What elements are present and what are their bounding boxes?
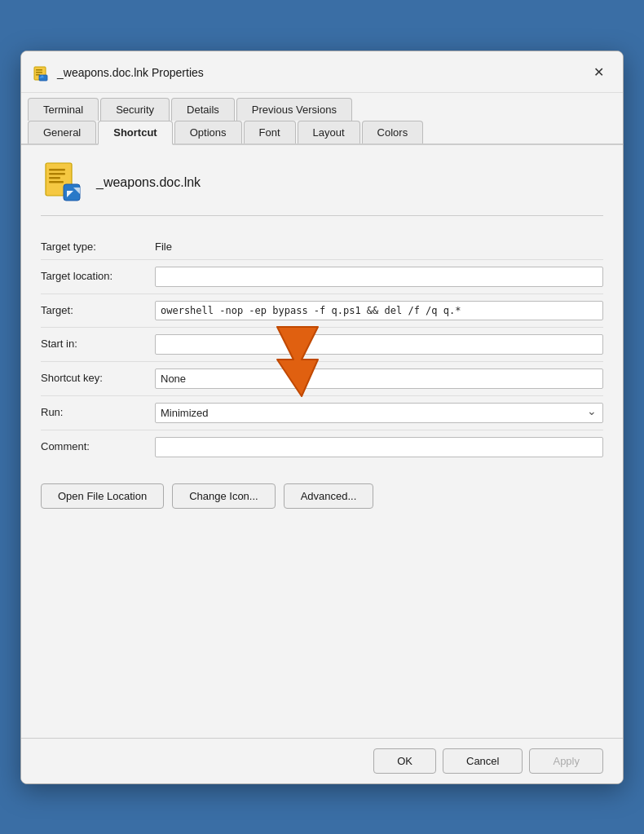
advanced-button[interactable]: Advanced...: [284, 483, 374, 509]
title-bar-icon: [33, 64, 51, 82]
tab-terminal[interactable]: Terminal: [28, 98, 99, 121]
form-grid: Target type: File Target location: Targe…: [41, 231, 603, 464]
tabs-row1: Terminal Security Details Previous Versi…: [21, 93, 623, 121]
target-type-value: File: [155, 237, 603, 253]
svg-rect-7: [49, 169, 65, 171]
change-icon-button[interactable]: Change Icon...: [172, 483, 276, 509]
svg-rect-2: [36, 72, 42, 73]
action-buttons: Open File Location Change Icon... Advanc…: [41, 483, 603, 512]
target-type-row: Target type: File: [41, 231, 603, 260]
svg-rect-8: [49, 173, 65, 175]
comment-row: Comment:: [41, 430, 603, 464]
svg-rect-9: [49, 177, 60, 179]
target-location-input[interactable]: [155, 267, 603, 287]
target-input[interactable]: [155, 301, 603, 320]
tab-options[interactable]: Options: [174, 121, 242, 143]
target-label: Target:: [41, 301, 155, 316]
file-name: _weapons.doc.lnk: [96, 175, 201, 190]
tab-previous-versions[interactable]: Previous Versions: [236, 98, 352, 121]
start-in-label: Start in:: [41, 334, 155, 350]
target-row: Target:: [41, 294, 603, 328]
tab-font[interactable]: Font: [244, 121, 296, 143]
svg-rect-10: [49, 181, 64, 183]
tab-content: _weapons.doc.lnk Target type: File Targe…: [21, 145, 623, 738]
tab-general[interactable]: General: [28, 121, 96, 143]
target-location-row: Target location:: [41, 260, 603, 294]
comment-input[interactable]: [155, 437, 603, 457]
dialog-footer: OK Cancel Apply: [21, 738, 623, 783]
properties-dialog: _weapons.doc.lnk Properties ✕ Terminal S…: [20, 51, 624, 784]
start-in-input[interactable]: [155, 334, 603, 355]
target-location-label: Target location:: [41, 267, 155, 282]
target-wrapper: [155, 301, 603, 320]
shortcut-key-wrapper: [155, 368, 603, 389]
run-label: Run:: [41, 403, 155, 418]
file-header: _weapons.doc.lnk: [41, 161, 603, 216]
run-select[interactable]: Normal window Minimized Maximized: [155, 403, 603, 423]
apply-button[interactable]: Apply: [529, 748, 603, 774]
shortcut-key-label: Shortcut key:: [41, 368, 155, 384]
shortcut-key-row: Shortcut key:: [41, 362, 603, 396]
open-file-location-button[interactable]: Open File Location: [41, 483, 164, 509]
tab-shortcut[interactable]: Shortcut: [98, 121, 172, 145]
title-bar: _weapons.doc.lnk Properties ✕: [21, 51, 623, 93]
title-bar-text: _weapons.doc.lnk Properties: [57, 66, 585, 79]
tab-colors[interactable]: Colors: [362, 121, 424, 143]
file-icon: [41, 161, 83, 204]
tabs-row2: General Shortcut Options Font Layout Col…: [21, 121, 623, 145]
tab-details[interactable]: Details: [171, 98, 235, 121]
file-icon-area: [41, 161, 83, 204]
target-location-wrapper: [155, 267, 603, 287]
comment-wrapper: [155, 437, 603, 457]
shortcut-key-input[interactable]: [155, 368, 603, 389]
cancel-button[interactable]: Cancel: [443, 748, 523, 774]
run-row: Run: Normal window Minimized Maximized: [41, 396, 603, 430]
svg-rect-1: [36, 69, 42, 71]
close-button[interactable]: ✕: [585, 60, 611, 86]
tab-layout[interactable]: Layout: [298, 121, 360, 143]
start-in-wrapper: [155, 334, 603, 355]
comment-label: Comment:: [41, 437, 155, 452]
ok-button[interactable]: OK: [373, 748, 436, 774]
start-in-row: Start in:: [41, 328, 603, 362]
target-type-label: Target type:: [41, 237, 155, 253]
run-select-wrapper: Normal window Minimized Maximized: [155, 403, 603, 423]
tab-security[interactable]: Security: [100, 98, 170, 121]
